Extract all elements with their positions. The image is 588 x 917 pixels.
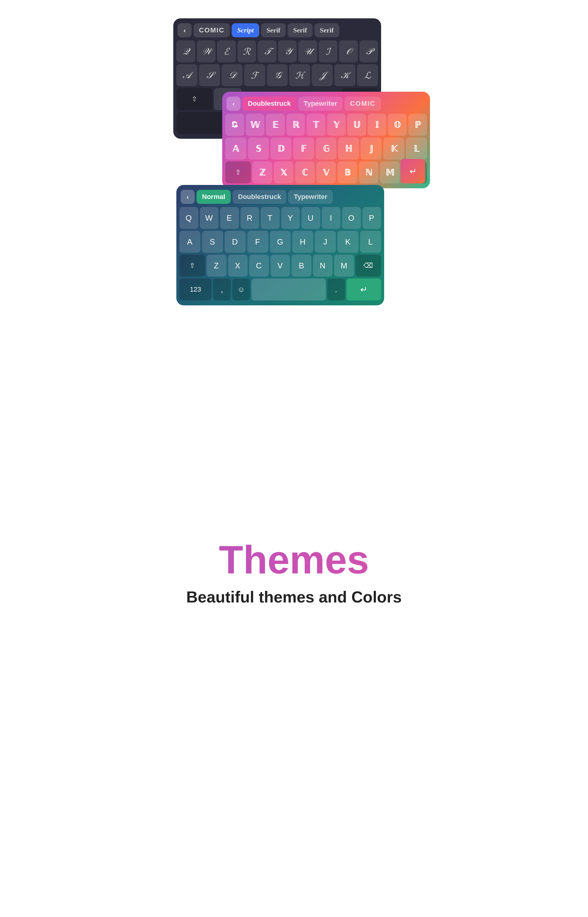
key-i3[interactable]: I <box>322 207 341 229</box>
kb3-row1: Q W E R T Y U I O P <box>179 207 381 229</box>
key-s2[interactable]: 𝕊 <box>248 137 269 160</box>
kb3-tab-doublestruck[interactable]: Doublestruck <box>233 190 287 204</box>
kb3-tab-typewriter[interactable]: Typewriter <box>288 190 333 204</box>
key-x2[interactable]: 𝕏 <box>274 161 294 183</box>
key-h3[interactable]: H <box>292 231 313 253</box>
key-o[interactable]: 𝒪 <box>339 40 358 62</box>
kb2-tab-doublestruck[interactable]: Doublestruck <box>242 97 296 111</box>
key-f2[interactable]: 𝔽 <box>293 137 314 160</box>
key-emoji3[interactable]: ☺ <box>232 278 250 300</box>
key-u[interactable]: 𝒰 <box>298 40 317 62</box>
key-j[interactable]: 𝒥 <box>312 64 333 86</box>
key-d3[interactable]: D <box>225 231 246 253</box>
key-o3[interactable]: O <box>342 207 361 229</box>
key-c2[interactable]: ℂ <box>295 161 315 183</box>
key-t[interactable]: 𝒯 <box>258 40 276 62</box>
key-w2[interactable]: 𝕎 <box>246 114 265 136</box>
kb3-back-button[interactable]: ‹ <box>181 190 195 204</box>
key-t3[interactable]: T <box>261 207 279 229</box>
key-d2[interactable]: 𝔻 <box>270 137 292 160</box>
kb1-tab-comic[interactable]: COMIC <box>194 23 230 37</box>
key-f3[interactable]: F <box>247 231 268 253</box>
key-enter3[interactable]: ↵ <box>347 278 381 300</box>
key-l[interactable]: ℒ <box>357 64 378 86</box>
key-b3[interactable]: B <box>292 255 312 277</box>
key-d[interactable]: 𝒟 <box>221 64 243 86</box>
key-k2[interactable]: 𝕂 <box>383 137 404 160</box>
kb1-tab-script[interactable]: Script <box>232 23 259 37</box>
key-x3[interactable]: X <box>228 255 248 277</box>
key-z2[interactable]: ℤ <box>252 161 272 183</box>
key-g[interactable]: 𝒢 <box>267 64 288 86</box>
key-y3[interactable]: Y <box>281 207 300 229</box>
key-o2[interactable]: 𝕆 <box>388 114 407 136</box>
key-k[interactable]: 𝒦 <box>334 64 355 86</box>
key-f[interactable]: ℱ <box>244 64 265 86</box>
key-v3[interactable]: V <box>270 255 290 277</box>
key-g3[interactable]: G <box>270 231 291 253</box>
key-comma3[interactable]: , <box>213 278 231 300</box>
key-m2[interactable]: 𝕄 <box>380 161 400 183</box>
key-r3[interactable]: R <box>241 207 260 229</box>
key-l2[interactable]: 𝕃 <box>406 137 427 160</box>
key-m3[interactable]: M <box>334 255 354 277</box>
key-a[interactable]: 𝒜 <box>176 64 197 86</box>
key-s3[interactable]: S <box>202 231 223 253</box>
kb3-tab-normal[interactable]: Normal <box>197 190 231 204</box>
kb1-tab-serif1[interactable]: Serif <box>261 23 286 37</box>
key-shift[interactable]: ⇧ <box>176 88 212 110</box>
key-j3[interactable]: J <box>315 231 336 253</box>
key-q[interactable]: 𝒬 <box>176 40 195 62</box>
key-u3[interactable]: U <box>301 207 320 229</box>
key-u2[interactable]: 𝕌 <box>347 114 366 136</box>
key-b2[interactable]: 𝔹 <box>338 161 357 183</box>
key-r[interactable]: ℛ <box>237 40 257 62</box>
key-i[interactable]: ℐ <box>319 40 338 62</box>
key-y2[interactable]: 𝕐 <box>327 114 346 136</box>
key-k3[interactable]: K <box>338 231 359 253</box>
key-p[interactable]: 𝒫 <box>359 40 378 62</box>
key-i2[interactable]: 𝕀 <box>368 114 387 136</box>
key-w3[interactable]: W <box>200 207 219 229</box>
kb1-back-button[interactable]: ‹ <box>178 23 192 37</box>
kb2-tab-typewriter[interactable]: Typewriter <box>298 97 343 111</box>
key-a3[interactable]: A <box>179 231 200 253</box>
key-j2[interactable]: 𝕁 <box>360 137 382 160</box>
key-g2[interactable]: 𝔾 <box>316 137 337 160</box>
key-c3[interactable]: C <box>249 255 269 277</box>
key-h2[interactable]: ℍ <box>338 137 359 160</box>
key-a2[interactable]: 𝔸 <box>225 137 246 160</box>
kb2-back-button[interactable]: ‹ <box>226 97 241 111</box>
key-t2[interactable]: 𝕋 <box>307 114 325 136</box>
key-space3[interactable] <box>252 278 326 300</box>
key-e2[interactable]: 𝔼 <box>266 114 285 136</box>
key-shift2[interactable]: ⇧ <box>225 161 251 183</box>
key-p2[interactable]: ℙ <box>408 114 427 136</box>
kb2-row2: 𝔸 𝕊 𝔻 𝔽 𝔾 ℍ 𝕁 𝕂 𝕃 <box>225 137 427 160</box>
kb1-tabs: ‹ COMIC Script Serif Serif Serif <box>176 23 378 37</box>
key-n3[interactable]: N <box>313 255 333 277</box>
key-e[interactable]: ℰ <box>217 40 236 62</box>
key-q2[interactable]: 𝕼 <box>225 114 244 136</box>
key-dot3[interactable]: . <box>327 278 345 300</box>
key-s[interactable]: 𝒮 <box>199 64 220 86</box>
key-backspace3[interactable]: ⌫ <box>355 255 381 277</box>
keyboard-2: ‹ Doublestruck Typewriter COMIC 𝕼 𝕎 𝔼 ℝ … <box>222 92 430 188</box>
key-z3[interactable]: Z <box>207 255 226 277</box>
key-w[interactable]: 𝒲 <box>197 40 216 62</box>
key-v2[interactable]: 𝕍 <box>316 161 336 183</box>
key-shift3[interactable]: ⇧ <box>179 255 205 277</box>
key-h[interactable]: ℋ <box>289 64 310 86</box>
kb1-tab-serif2[interactable]: Serif <box>288 23 312 37</box>
key-e3[interactable]: E <box>220 207 239 229</box>
key-p3[interactable]: P <box>362 207 381 229</box>
key-q3[interactable]: Q <box>179 207 198 229</box>
key-y[interactable]: 𝒴 <box>278 40 297 62</box>
kb2-tab-comic[interactable]: COMIC <box>344 97 381 111</box>
key-r2[interactable]: ℝ <box>286 114 305 136</box>
key-n2[interactable]: ℕ <box>359 161 379 183</box>
key-l3[interactable]: L <box>360 231 381 253</box>
kb1-tab-serif3[interactable]: Serif <box>315 23 339 37</box>
key-enter2[interactable]: ↵ <box>401 159 425 183</box>
key-123-3[interactable]: 123 <box>179 278 212 300</box>
